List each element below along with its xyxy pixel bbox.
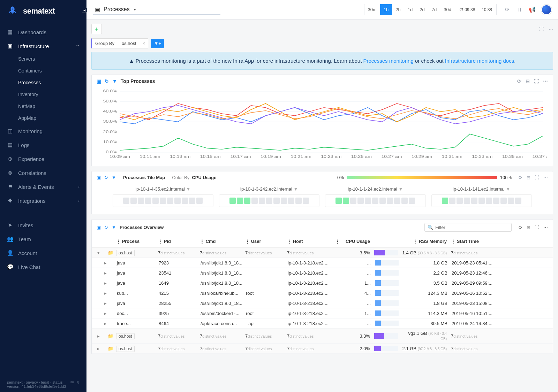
refresh-icon[interactable]: ⟳	[517, 78, 521, 84]
timerange-1d[interactable]: 1d	[404, 4, 416, 15]
mail-icon[interactable]: ✉	[70, 380, 74, 385]
tile[interactable]	[409, 198, 415, 204]
tile[interactable]	[152, 198, 159, 204]
filter-icon[interactable]: ▼	[112, 175, 116, 180]
tile[interactable]	[401, 198, 408, 204]
tile[interactable]	[493, 198, 499, 204]
fullscreen-icon[interactable]: ⛶	[535, 225, 539, 230]
minimize-icon[interactable]: ⊟	[527, 175, 530, 180]
twitter-icon[interactable]: 𝕏	[76, 380, 80, 385]
tile[interactable]	[174, 198, 181, 204]
table-group-row[interactable]: ▾ 📁 os.host 7distinct values 7distinct v…	[92, 248, 553, 258]
tile[interactable]	[138, 198, 144, 204]
nav-account[interactable]: 👤Account	[0, 246, 86, 260]
tile[interactable]	[350, 198, 356, 204]
sub-processes[interactable]: Processes	[11, 77, 86, 89]
tile[interactable]	[167, 198, 173, 204]
collapse-sidebar-button[interactable]: ◀	[82, 8, 87, 13]
add-button[interactable]: ＋	[91, 24, 102, 34]
tile[interactable]	[196, 198, 203, 204]
nav-team[interactable]: 👥Team	[0, 232, 86, 246]
timerange-2d[interactable]: 2d	[416, 4, 428, 15]
tile-host[interactable]: ip-10-1-1-24.ec2.internal ▼	[325, 186, 426, 207]
sub-inventory[interactable]: Inventory	[11, 89, 86, 100]
tile[interactable]	[379, 198, 386, 204]
timerange-2h[interactable]: 2h	[392, 4, 404, 15]
tile-host[interactable]: ip-10-1-1-141.ec2.internal ▼	[431, 186, 532, 207]
close-icon[interactable]: ×	[140, 39, 148, 48]
table-row[interactable]: ▸ kub... 4215 /usr/local/bin/kub... root…	[92, 288, 553, 298]
tile[interactable]	[160, 198, 166, 204]
tile[interactable]	[357, 198, 364, 204]
filter-icon[interactable]: ▼	[112, 78, 117, 84]
refresh-icon[interactable]: ⟳	[519, 225, 522, 230]
timerange-7d[interactable]: 7d	[428, 4, 440, 15]
tile[interactable]	[130, 198, 137, 204]
tile[interactable]	[500, 198, 507, 204]
archive-icon[interactable]: ▣	[97, 225, 101, 230]
tile[interactable]	[295, 198, 302, 204]
tile[interactable]	[387, 198, 393, 204]
history-icon[interactable]: ↻	[105, 78, 109, 84]
tile[interactable]	[515, 198, 521, 204]
tile[interactable]	[259, 198, 265, 204]
tile[interactable]	[365, 198, 371, 204]
nav-experience[interactable]: ⊕Experience	[0, 152, 86, 166]
sub-netmap[interactable]: NetMap	[11, 100, 86, 112]
refresh-icon[interactable]: ⟳	[519, 175, 522, 180]
tile[interactable]	[449, 198, 455, 204]
table-row[interactable]: ▸ java 28255 /usr/lib/jdk1.8.0_18... ip-…	[92, 298, 553, 308]
tile[interactable]	[508, 198, 514, 204]
nav-monitoring[interactable]: ◫Monitoring	[0, 124, 86, 138]
tile[interactable]	[123, 198, 129, 204]
avatar[interactable]	[541, 5, 552, 15]
history-icon[interactable]: ↻	[104, 225, 108, 230]
filter-search[interactable]: 🔍	[424, 223, 512, 232]
history-icon[interactable]: ↻	[104, 175, 108, 180]
tile[interactable]	[288, 198, 294, 204]
nav-dashboards[interactable]: ▦Dashboards	[0, 25, 86, 39]
table-row[interactable]: ▸ java 23541 /usr/lib/jdk1.8.0_18... ip-…	[92, 268, 553, 278]
tile[interactable]	[343, 198, 349, 204]
tile-host[interactable]: ip-10-1-3-242.ec2.internal ▼	[219, 186, 320, 207]
timerange-30d[interactable]: 30d	[440, 4, 455, 15]
timerange-30m[interactable]: 30m	[364, 4, 380, 15]
archive-icon[interactable]: ▣	[97, 175, 101, 180]
more-icon[interactable]: ⋯	[543, 225, 548, 230]
nav-infrastructure[interactable]: ▣Infrastructure﹀	[0, 39, 86, 53]
tile[interactable]	[486, 198, 492, 204]
filter-icon[interactable]: ▼	[398, 186, 403, 192]
timerange-display[interactable]: ⏱ 09:38 — 10:38	[455, 5, 496, 15]
filter-icon[interactable]: ▼	[294, 186, 298, 192]
tile[interactable]	[464, 198, 470, 204]
timerange-1h[interactable]: 1h	[380, 4, 392, 15]
table-row[interactable]: ▸ java 7923 /usr/lib/jdk1.8.0_18... ip-1…	[92, 258, 553, 268]
table-group-row[interactable]: ▸ 📁 os.host 7distinct values 7distinct v…	[92, 329, 553, 344]
tile[interactable]	[303, 198, 309, 204]
tile-host[interactable]: ip-10-1-4-35.ec2.internal ▼	[113, 186, 213, 207]
fullscreen-icon[interactable]: ⛶	[539, 26, 544, 32]
table-group-row[interactable]: ▸ 📁 os.host 7distinct values 7distinct v…	[92, 344, 553, 354]
sort-desc-icon[interactable]: ↓	[341, 239, 343, 243]
filter-icon[interactable]: ▼	[112, 225, 116, 230]
sub-containers[interactable]: Containers	[11, 65, 86, 77]
filter-icon[interactable]: ▼	[506, 186, 511, 192]
nav-logs[interactable]: ▤Logs	[0, 138, 86, 152]
nav-integrations[interactable]: ✥Integrations›	[0, 194, 86, 208]
minimize-icon[interactable]: ⊟	[527, 225, 530, 230]
tile[interactable]	[229, 198, 236, 204]
tile[interactable]	[442, 198, 448, 204]
tile[interactable]	[244, 198, 250, 204]
minimize-icon[interactable]: ⊟	[526, 78, 530, 84]
fullscreen-icon[interactable]: ⛶	[534, 78, 539, 84]
tile[interactable]	[189, 198, 195, 204]
more-icon[interactable]: ⋯	[549, 26, 553, 32]
tile[interactable]	[281, 198, 287, 204]
tile[interactable]	[372, 198, 378, 204]
nav-alerts[interactable]: ⚑Alerts & Events›	[0, 180, 86, 194]
fullscreen-icon[interactable]: ⛶	[535, 175, 539, 180]
link-proc-monitoring[interactable]: Processes monitoring	[363, 58, 414, 64]
table-row[interactable]: ▸ doc... 3925 /usr/bin/dockerd -... root…	[92, 308, 553, 318]
logo[interactable]: sematext ◀	[0, 0, 86, 22]
announce-icon[interactable]: 📢	[529, 6, 536, 13]
